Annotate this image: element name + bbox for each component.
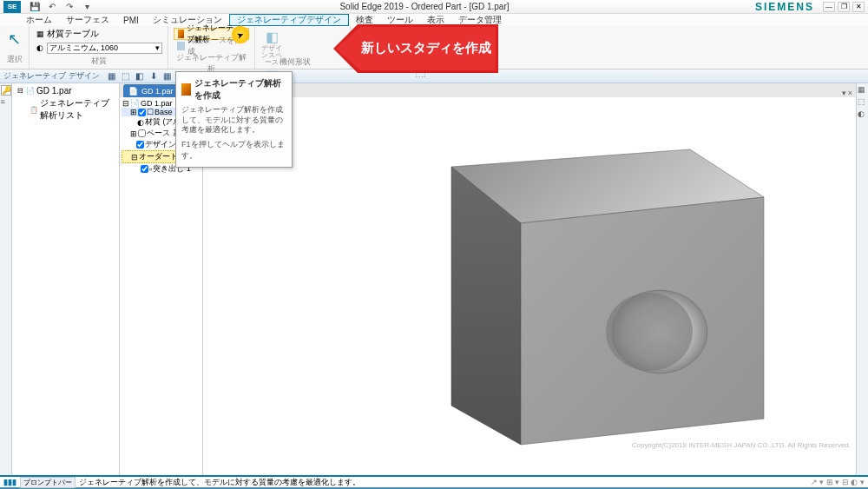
rr-icon-2[interactable]: ⬚	[858, 97, 868, 108]
sb-icon-3[interactable]: ◧	[133, 70, 147, 83]
callout-text: 新しいスタディを作成	[361, 40, 491, 56]
doc-icon: 📄	[128, 87, 138, 96]
tooltip-title: ジェネレーティブ解析を作成	[194, 77, 286, 102]
tooltip-f1: F1を押してヘルプを表示します。	[181, 139, 286, 162]
window-title: Solid Edge 2019 - Ordered Part - [GD 1.p…	[94, 2, 755, 11]
prompt-label: プロンプトバー	[20, 477, 76, 488]
ribbon-group-select: ↖ 選択	[0, 26, 30, 69]
design-space-icon: ◧	[263, 28, 280, 45]
material-group-label: 材質	[35, 56, 162, 67]
tooltip-popup: ジェネレーティブ解析を作成 ジェネレーティブ解析を作成して、モデルに対する質量の…	[175, 71, 293, 168]
ribbon-group-material: ▦ 材質テーブル ◐ アルミニウム, 1060▾ 材質	[30, 26, 168, 69]
qat-more-icon[interactable]: ▾	[80, 1, 94, 13]
tab-generative[interactable]: ジェネレーティブデザイン	[229, 14, 349, 26]
tab-close-all-icon[interactable]: ×	[848, 89, 852, 97]
svg-point-5	[606, 293, 693, 371]
window-controls: — ❐ ✕	[823, 2, 865, 12]
material-table-icon[interactable]: ▦	[35, 29, 45, 39]
material-combo[interactable]: アルミニウム, 1060▾	[47, 43, 162, 54]
generative-icon	[178, 30, 184, 38]
3d-viewport[interactable]: LEFT FRONT Copyright(C)2018 INTER-MESH J…	[203, 97, 856, 475]
expand-icon: ⊟	[16, 87, 24, 96]
tooltip-icon	[181, 83, 191, 96]
part-icon: 📄	[26, 87, 35, 96]
list-icon: 📋	[30, 105, 38, 114]
right-rail: ▦ ⬚ ◐	[856, 83, 868, 475]
brand-logo: SIEMENS	[755, 1, 814, 13]
material-ball-icon: ◐	[35, 43, 45, 53]
rail-tree-icon[interactable]: 🔑	[1, 85, 11, 96]
rr-icon-3[interactable]: ◐	[858, 109, 868, 120]
mt-design-chk[interactable]	[136, 141, 144, 149]
select-label: 選択	[7, 54, 23, 65]
tab-dropdown-icon[interactable]: ▾	[842, 89, 846, 97]
title-bar: SE 💾 ↶ ↷ ▾ Solid Edge 2019 - Ordered Par…	[0, 0, 868, 14]
redo-icon[interactable]: ↷	[62, 1, 76, 13]
mt-extrude-chk[interactable]	[141, 165, 148, 173]
minimize-button[interactable]: —	[823, 2, 835, 12]
prompt-bar: ▮▮▮ プロンプトバー ジェネレーティブ解析を作成して、モデルに対する質量の考慮…	[0, 475, 868, 487]
mt-base-chk[interactable]	[138, 109, 146, 116]
rr-icon-1[interactable]: ▦	[858, 85, 868, 96]
callout-annotation: 新しいスタディを作成	[333, 24, 498, 73]
close-button[interactable]: ✕	[852, 2, 865, 12]
load-case-icon	[177, 42, 185, 50]
prompt-icons[interactable]: ↗ ▾ ⊞ ▾ ⊟ ◐ ▾	[811, 478, 865, 486]
tab-surface[interactable]: サーフェス	[59, 14, 116, 26]
sb-icon-2[interactable]: ⬚	[119, 70, 133, 83]
nav-root[interactable]: ⊟📄GD 1.par	[14, 85, 117, 96]
geometry-group-label: 機何形状	[269, 56, 321, 68]
sb-icon-1[interactable]: ▦	[105, 70, 119, 83]
prompt-text: ジェネレーティブ解析を作成して、モデルに対する質量の考慮を最適化します。	[79, 477, 360, 488]
sb-icon-5[interactable]: ▦	[161, 70, 174, 83]
maximize-button[interactable]: ❐	[838, 2, 850, 12]
quick-access-toolbar: 💾 ↶ ↷ ▾	[28, 1, 94, 13]
copyright-text: Copyright(C)2018 INTER-MESH JAPAN CO.,LT…	[632, 441, 851, 449]
material-table-label[interactable]: 材質テーブル	[47, 28, 99, 40]
ribbon-group-generative: ジェネレーティブ解析 ➤ 荷重ケースを作成 ジェネレーティブ解析	[168, 26, 255, 69]
mt-basic-chk[interactable]	[138, 129, 146, 137]
mouse-cursor-icon: ➤	[235, 29, 245, 40]
rail-layers-icon[interactable]: ≡	[1, 97, 11, 108]
sb-icon-4[interactable]: ⬇	[147, 70, 161, 83]
secondary-label: ジェネレーティブ デザイン	[3, 70, 100, 82]
tab-home[interactable]: ホーム	[19, 14, 59, 26]
save-icon[interactable]: 💾	[28, 1, 42, 13]
left-rail: 🔑 ≡	[0, 83, 12, 475]
cursor-highlight: ➤	[231, 25, 250, 44]
left-navigation-panel: ⊟📄GD 1.par 📋ジェネレーティブ解析リスト	[12, 83, 120, 475]
app-icon[interactable]: SE	[3, 1, 21, 13]
tab-pmi[interactable]: PMI	[116, 14, 146, 26]
chevron-down-icon: ▾	[155, 43, 160, 52]
undo-icon[interactable]: ↶	[45, 1, 59, 13]
main-area: 🔑 ≡ ⊟📄GD 1.par 📋ジェネレーティブ解析リスト 📄GD 1.par×…	[0, 83, 868, 475]
nav-child[interactable]: 📋ジェネレーティブ解析リスト	[14, 96, 117, 122]
select-cursor-icon[interactable]: ↖	[8, 30, 22, 49]
tooltip-body: ジェネレーティブ解析を作成して、モデルに対する質量の考慮を最適化します。	[181, 105, 286, 135]
